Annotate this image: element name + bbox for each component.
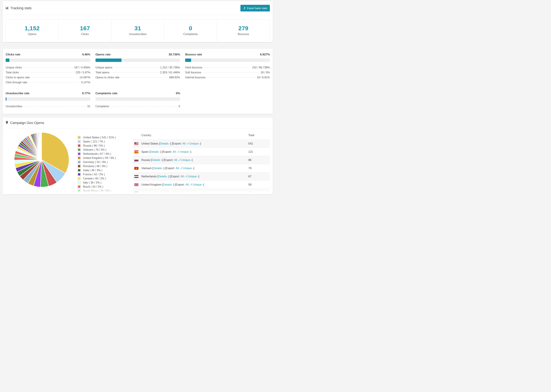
bounce-rate-block: Bounce rate6.927%Hard bounces242 / 86.73… [185,53,270,85]
flag-nl-icon [134,175,138,178]
legend-label: France ( 42 / 2% ) [83,173,105,176]
rate-title: Bounce rate [185,53,202,56]
stat-value: 1,152 [6,25,58,32]
flag-gb-icon [134,183,138,186]
summary-stat-unsubscribes: 31Unsubscribes [111,20,164,42]
row-text: / [190,183,193,186]
legend-label: Vietnam ( 79 / 5% ) [83,148,106,151]
metric-row: Total clicks220 / 5.87% [6,70,90,75]
metric-value: 242 / 86.738% [252,66,270,69]
legend-swatch [78,140,81,143]
export-all-link-es[interactable]: All › [173,150,177,154]
page-title: Tracking stats [10,6,32,10]
progress-track [6,58,90,62]
details-link-es[interactable]: Details › [150,150,161,154]
summary-stat-opens: 1,152Opens [6,20,59,42]
rate-title: Clicks rate [6,53,20,56]
metric-value: 689.82% [169,76,180,79]
export-unique-link-nl[interactable]: Unique › [188,175,198,178]
export-all-link-ru[interactable]: All › [174,158,179,162]
legend-swatch [78,177,81,180]
rate-metrics: Unique opens1,152 / 30.736%Total opens2,… [95,65,180,80]
details-link-vn[interactable]: Details › [153,167,164,170]
progress-track [185,58,270,62]
legend-label: Russia ( 86 / 5% ) [83,144,105,147]
legend-item: Netherlands ( 67 / 4% ) [78,152,125,155]
export-all-link-gb[interactable]: All › [185,183,190,186]
table-row-us: United States [Details ›] [Export: All ›… [133,140,270,148]
metric-value: 18 / 0% [261,71,270,74]
export-unique-link-gb[interactable]: Unique › [193,183,203,186]
rates-grid-spacer [185,92,270,109]
summary-stat-clicks: 167Clicks [59,20,112,42]
export-unique-link-vn[interactable]: Unique › [183,167,194,170]
flag-vn-icon [134,167,138,170]
dotted-leader [31,77,78,78]
dotted-leader [111,72,159,73]
metric-row: Hard bounces242 / 86.738% [185,65,270,70]
export-button-label: Export basic stats [247,7,267,10]
table-row-de: Germany [Details ›] [Export: All › / Uni… [133,189,270,195]
metric-value: 2,303 / 61.446% [160,71,180,74]
rate-metrics: Hard bounces242 / 86.738%Soft bounces18 … [185,65,270,80]
rate-head: Clicks rate4.46% [6,53,90,56]
row-text: / [179,158,181,162]
progress-fill [185,58,191,62]
export-basic-stats-button[interactable]: Export basic stats [240,5,270,11]
export-unique-link-es[interactable]: Unique › [180,150,191,154]
row-text: ] [Export: [173,183,185,186]
legend-swatch [78,136,81,139]
export-all-link-vn[interactable]: All › [176,167,181,170]
metric-label: Opens to clicks rate [95,76,120,79]
details-link-us[interactable]: Details › [160,142,170,145]
details-link-ru[interactable]: Details › [152,158,162,162]
row-text: / [187,142,190,145]
legend-item: Spain ( 121 / 7% ) [78,140,125,143]
legend-label: United States ( 541 / 31% ) [83,136,116,139]
stat-label: Unsubscribes [111,33,164,36]
pie-legend: United States ( 541 / 31% )Spain ( 121 /… [78,128,125,194]
row-text: ] [203,183,204,186]
metric-value: 220 / 5.87% [76,71,90,74]
metric-label: Click through rate [6,81,27,84]
progress-track [95,97,180,101]
export-unique-link-us[interactable]: Unique › [190,142,200,145]
metric-value: 19 / 6.81% [257,76,270,79]
legend-swatch [78,189,81,192]
details-link-gb[interactable]: Details › [163,183,174,186]
metric-row: Clicks to opens rate14.497% [6,75,90,80]
details-link-nl[interactable]: Details › [158,175,169,178]
stat-value: 31 [111,25,164,32]
summary-stat-bounces: 279Bounces [217,20,270,42]
row-text: ] [195,191,196,194]
dotted-leader [114,68,159,68]
geo-table-area: CountryTotalUnited States [Details ›] [E… [133,128,270,194]
export-all-link-us[interactable]: All › [182,142,187,145]
legend-item: Romania ( 49 / 3% ) [78,165,125,168]
legend-swatch [78,148,81,151]
details-link-de[interactable]: Details › [155,191,165,194]
stat-value: 279 [217,25,270,32]
export-unique-link-ru[interactable]: Unique › [181,158,192,162]
export-all-link-de[interactable]: All › [177,191,182,194]
rate-title: Unsubscribe rate [6,92,29,95]
metric-value: 14.497% [79,76,90,79]
total-cell: 79 [247,164,270,172]
rate-percent: 0% [176,92,180,95]
stat-value: 167 [59,25,111,32]
geo-header: Campaign Geo Opens [3,117,273,128]
rate-percent: 6.927% [260,53,270,56]
opens-rate-block: Opens rate30.736%Unique opens1,152 / 30.… [95,53,180,85]
progress-fill [6,58,9,62]
legend-swatch [78,185,81,188]
metric-row: Opens to clicks rate689.82% [95,75,180,80]
export-unique-link-de[interactable]: Unique › [184,191,195,194]
legend-swatch [78,165,81,168]
geo-opens-table: CountryTotalUnited States [Details ›] [E… [133,131,270,194]
row-text: Germany [ [141,191,155,194]
export-all-link-nl[interactable]: All › [181,175,185,178]
metric-label: Unique opens [95,66,113,69]
rate-head: Complaints rate0% [95,92,180,95]
flag-us-icon [134,142,138,145]
summary-stat-complaints: 0Complaints [164,20,217,42]
